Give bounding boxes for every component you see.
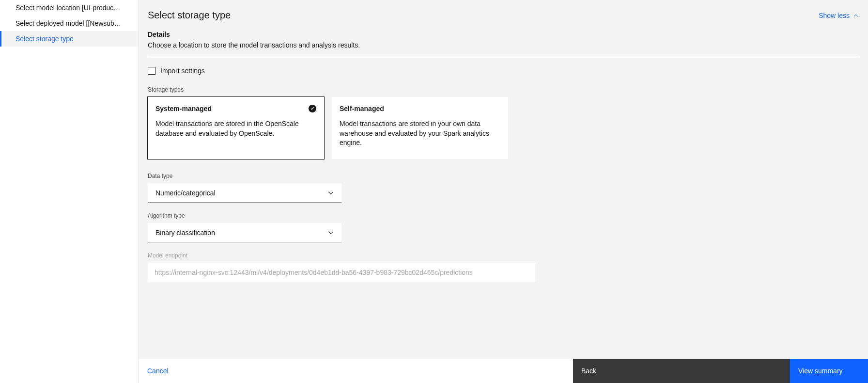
chevron-down-icon (327, 189, 335, 197)
details-description: Choose a location to store the model tra… (148, 41, 859, 49)
content-area: Select storage type Show less Details Ch… (139, 0, 868, 359)
storage-types-label: Storage types (148, 86, 859, 93)
checkmark-filled-icon (309, 105, 316, 112)
show-less-label: Show less (819, 12, 850, 19)
model-endpoint-label: Model endpoint (148, 252, 535, 259)
tile-title: Self-managed (340, 105, 500, 112)
tile-description: Model transactions are stored in your ow… (340, 119, 500, 148)
algorithm-type-value: Binary classification (155, 229, 215, 237)
data-type-select[interactable]: Numeric/categorical (148, 183, 341, 203)
wizard-footer: Cancel Back View summary (139, 359, 868, 383)
data-type-group: Data type Numeric/categorical (148, 173, 341, 203)
details-heading: Details (148, 31, 859, 38)
tile-title: System-managed (155, 105, 316, 112)
cancel-button[interactable]: Cancel (139, 359, 573, 383)
data-type-value: Numeric/categorical (155, 189, 216, 197)
storage-type-tiles: System-managed Model transactions are st… (148, 97, 859, 159)
algorithm-type-group: Algorithm type Binary classification (148, 212, 341, 242)
header-row: Select storage type Show less (148, 10, 859, 21)
data-type-label: Data type (148, 173, 341, 179)
model-endpoint-group: Model endpoint https://internal-nginx-sv… (148, 252, 535, 282)
main-area: Select storage type Show less Details Ch… (139, 0, 868, 383)
import-settings-row: Import settings (148, 67, 859, 75)
chevron-down-icon (327, 229, 335, 237)
section-divider (148, 57, 859, 57)
tile-self-managed[interactable]: Self-managed Model transactions are stor… (332, 97, 508, 159)
tile-system-managed[interactable]: System-managed Model transactions are st… (148, 97, 324, 159)
algorithm-type-label: Algorithm type (148, 212, 341, 219)
import-settings-checkbox[interactable] (148, 67, 155, 75)
sidebar-item-deployed-model[interactable]: Select deployed model [[Newsub… (0, 16, 139, 31)
show-less-toggle[interactable]: Show less (819, 12, 859, 19)
chevron-up-icon (852, 12, 859, 19)
import-settings-label: Import settings (160, 67, 205, 75)
back-button[interactable]: Back (573, 359, 790, 383)
view-summary-button[interactable]: View summary (790, 359, 868, 383)
app-root: Select model location [UI-produc… Select… (0, 0, 868, 383)
model-endpoint-field: https://internal-nginx-svc:12443/ml/v4/d… (148, 263, 535, 282)
page-title: Select storage type (148, 10, 231, 21)
wizard-sidebar: Select model location [UI-produc… Select… (0, 0, 139, 383)
sidebar-item-model-location[interactable]: Select model location [UI-produc… (0, 0, 139, 16)
algorithm-type-select[interactable]: Binary classification (148, 223, 341, 242)
sidebar-item-storage-type[interactable]: Select storage type (0, 31, 139, 47)
tile-description: Model transactions are stored in the Ope… (155, 119, 316, 138)
